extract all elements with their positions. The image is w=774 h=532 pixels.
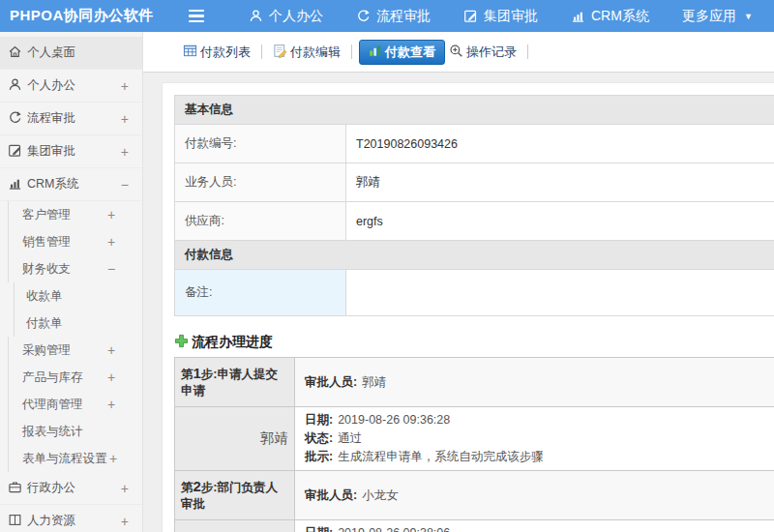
field-value: T20190826093426 xyxy=(346,125,774,163)
table-row: 供应商: ergfs xyxy=(175,202,774,241)
hamburger-icon[interactable] xyxy=(189,7,208,26)
edit-icon xyxy=(463,9,478,23)
view-chart-icon xyxy=(369,44,382,60)
step-approver: 审批人员:小龙女 xyxy=(295,471,774,520)
flow-icon xyxy=(8,110,22,128)
section-title: 基本信息 xyxy=(175,96,774,125)
field-label: 业务人员: xyxy=(175,163,346,202)
main-region: 基本信息 付款编号: T20190826093426 业务人员: 郭靖 供应商:… xyxy=(143,73,774,532)
tab-operation-log[interactable]: 操作记录 xyxy=(445,41,521,64)
add-plus-icon xyxy=(174,334,189,351)
sidebar-item-form-workflow-settings[interactable]: 表单与流程设置 + xyxy=(9,445,142,472)
sidebar-item-finance[interactable]: 财务收支 − xyxy=(9,255,142,282)
approver-name: 郭靖 xyxy=(175,407,295,471)
field-value: 郭靖 xyxy=(346,163,774,202)
field-label: 付款编号: xyxy=(175,125,346,163)
step-header-row: 第1步:申请人提交申请 审批人员:郭靖 xyxy=(175,358,774,407)
table-row: 付款编号: T20190826093426 xyxy=(175,125,774,163)
field-label: 备注: xyxy=(175,270,346,316)
tab-payment-list[interactable]: 付款列表 xyxy=(179,41,254,64)
step-detail-row: 小龙女 日期:2019-08-26 09:38:06 状态:通过 批示:通过 xyxy=(175,520,774,532)
sidebar-item-personal-desktop[interactable]: 个人桌面 xyxy=(0,37,142,70)
section-header-basic-info: 基本信息 xyxy=(175,96,774,125)
sidebar-item-agent-management[interactable]: 代理商管理 + xyxy=(9,391,142,418)
payment-view-panel: 基本信息 付款编号: T20190826093426 业务人员: 郭靖 供应商:… xyxy=(162,82,774,532)
sidebar-item-purchase-management[interactable]: 采购管理 + xyxy=(9,337,142,364)
sidebar-item-human-resources[interactable]: 人力资源 + xyxy=(0,505,142,532)
payment-info-table: 基本信息 付款编号: T20190826093426 业务人员: 郭靖 供应商:… xyxy=(174,95,774,316)
tab-payment-view[interactable]: 付款查看 xyxy=(359,40,445,65)
table-row: 备注: xyxy=(175,270,774,316)
sidebar-item-sales-management[interactable]: 销售管理 + xyxy=(9,228,142,255)
edit-icon xyxy=(8,143,22,161)
sidebar-item-payment-form[interactable]: 付款单 xyxy=(15,310,142,337)
briefcase-icon xyxy=(8,480,22,497)
sidebar-item-personal-office[interactable]: 个人办公 + xyxy=(0,70,142,103)
user-icon xyxy=(249,9,263,23)
chart-icon xyxy=(8,176,22,193)
tab-bar: 付款列表 付款编辑 付款查看 操作记录 xyxy=(143,32,774,73)
home-icon xyxy=(8,44,22,62)
approver-name: 小龙女 xyxy=(175,520,295,532)
tab-separator xyxy=(527,44,528,59)
tab-payment-edit[interactable]: 付款编辑 xyxy=(269,41,344,64)
step-title: 第1步:申请人提交申请 xyxy=(175,358,295,407)
step-details: 日期:2019-08-26 09:36:28 状态:通过 批示:生成流程申请单，… xyxy=(295,407,774,471)
section-header-payment-info: 付款信息 xyxy=(175,241,774,270)
top-nav: 个人办公 流程审批 集团审批 CRM系统 更多应用 ▼ xyxy=(249,8,753,25)
sidebar-item-receipt-form[interactable]: 收款单 xyxy=(15,282,142,310)
zoom-in-icon xyxy=(449,44,463,61)
process-progress-title: 流程办理进度 xyxy=(192,334,273,351)
step-title: 第2步:部门负责人审批 xyxy=(175,471,295,520)
section-title: 付款信息 xyxy=(175,241,774,270)
sidebar-item-crm[interactable]: CRM系统 − xyxy=(0,168,142,201)
app-title: PHPOA协同办公软件 xyxy=(0,7,189,25)
sidebar-item-workflow-approval[interactable]: 流程审批 + xyxy=(0,103,142,135)
sidebar-item-products-inventory[interactable]: 产品与库存 + xyxy=(9,364,142,391)
table-row: 业务人员: 郭靖 xyxy=(175,163,774,202)
step-details: 日期:2019-08-26 09:38:06 状态:通过 批示:通过 xyxy=(295,520,774,532)
field-value: ergfs xyxy=(346,202,774,241)
sidebar-item-reports-statistics[interactable]: 报表与统计 xyxy=(9,418,142,445)
top-bar: PHPOA协同办公软件 个人办公 流程审批 集团审批 CRM系统 更多应用 ▼ xyxy=(0,0,774,32)
flow-icon xyxy=(356,9,371,23)
topnav-item-group-approval[interactable]: 集团审批 xyxy=(463,8,538,25)
topnav-item-workflow-approval[interactable]: 流程审批 xyxy=(356,8,431,25)
topnav-item-personal-office[interactable]: 个人办公 xyxy=(249,8,323,25)
process-progress-heading: 流程办理进度 xyxy=(174,334,774,351)
sidebar-item-customer-management[interactable]: 客户管理 + xyxy=(9,201,142,228)
sidebar-item-administration[interactable]: 行政办公 + xyxy=(0,472,142,505)
topnav-item-crm[interactable]: CRM系统 xyxy=(571,8,649,25)
process-steps-table: 第1步:申请人提交申请 审批人员:郭靖 郭靖 日期:2019-08-26 09:… xyxy=(174,357,774,532)
topnav-item-more-apps[interactable]: 更多应用 ▼ xyxy=(682,8,753,25)
tab-separator xyxy=(261,44,262,59)
sidebar-item-group-approval[interactable]: 集团审批 + xyxy=(0,135,142,168)
table-icon xyxy=(183,44,197,61)
caret-down-icon: ▼ xyxy=(744,12,753,21)
sidebar: 个人桌面 个人办公 + 流程审批 + 集团审批 + CRM系统 − 客户管理 + xyxy=(0,32,143,532)
book-icon xyxy=(8,513,22,530)
edit-page-icon xyxy=(273,44,287,61)
field-label: 供应商: xyxy=(175,202,346,241)
tab-separator xyxy=(351,44,352,59)
content-area: 付款列表 付款编辑 付款查看 操作记录 基本信息 付款编号: T20 xyxy=(143,32,774,532)
field-value xyxy=(346,270,774,316)
step-detail-row: 郭靖 日期:2019-08-26 09:36:28 状态:通过 批示:生成流程申… xyxy=(175,407,774,471)
user-icon xyxy=(8,77,22,95)
step-approver: 审批人员:郭靖 xyxy=(295,358,774,407)
chart-icon xyxy=(571,9,585,23)
step-header-row: 第2步:部门负责人审批 审批人员:小龙女 xyxy=(175,471,774,520)
